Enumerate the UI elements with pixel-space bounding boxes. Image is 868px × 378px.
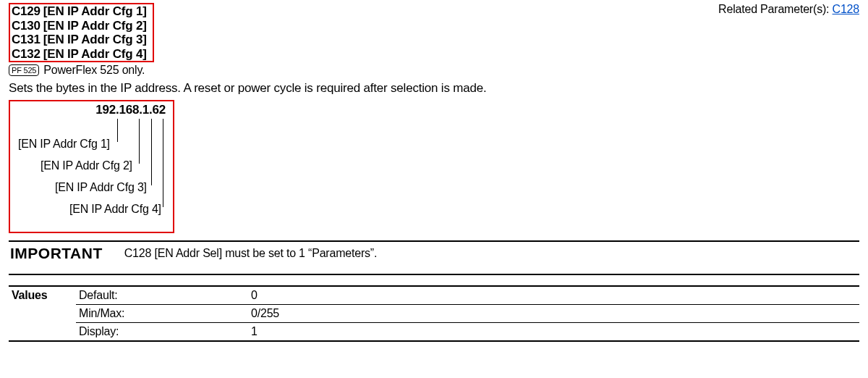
value-value: 0/255	[248, 305, 859, 323]
value-label: Default:	[76, 287, 248, 305]
param-id: C130	[12, 19, 43, 33]
connector-line	[163, 119, 163, 207]
param-name: [EN IP Addr Cfg 2]	[43, 19, 150, 33]
ip-cfg-label: [EN IP Addr Cfg 2]	[41, 159, 132, 172]
connector-line	[117, 119, 118, 142]
related-link[interactable]: C128	[833, 3, 859, 15]
important-text: C128 [EN Addr Sel] must be set to 1 “Par…	[124, 247, 377, 260]
ip-address: 192.168.1.62	[95, 103, 166, 117]
divider	[9, 274, 859, 275]
pf-badge: PF 525	[9, 64, 39, 76]
product-restriction: PF 525 PowerFlex 525 only.	[9, 64, 859, 77]
related-prefix: Related Parameter(s):	[718, 3, 832, 15]
important-label: IMPORTANT	[10, 245, 103, 262]
value-value: 0	[248, 287, 859, 305]
value-label: Min/Max:	[76, 305, 248, 323]
ip-cfg-label: [EN IP Addr Cfg 1]	[18, 138, 110, 151]
param-id: C129	[12, 4, 43, 19]
connector-line	[139, 119, 140, 164]
connector-line	[151, 119, 152, 185]
important-row: IMPORTANT C128 [EN Addr Sel] must be set…	[9, 242, 859, 266]
description: Sets the bytes in the IP address. A rese…	[9, 81, 859, 96]
param-id: C132	[12, 47, 43, 62]
values-table: Values Default: 0 Min/Max: 0/255 Display…	[9, 287, 859, 342]
value-label: Display:	[76, 323, 248, 342]
parameter-id-block: C129[EN IP Addr Cfg 1] C130[EN IP Addr C…	[9, 3, 154, 62]
top-row: C129[EN IP Addr Cfg 1] C130[EN IP Addr C…	[9, 3, 859, 62]
ip-cfg-label: [EN IP Addr Cfg 4]	[69, 203, 161, 216]
param-name: [EN IP Addr Cfg 3]	[43, 33, 150, 47]
pf-text: PowerFlex 525 only.	[43, 64, 145, 77]
ip-breakdown-diagram: 192.168.1.62 [EN IP Addr Cfg 1] [EN IP A…	[9, 100, 174, 233]
values-heading: Values	[9, 287, 76, 341]
ip-cfg-label: [EN IP Addr Cfg 3]	[55, 181, 147, 194]
param-id: C131	[12, 33, 43, 47]
param-name: [EN IP Addr Cfg 1]	[43, 4, 150, 19]
param-name: [EN IP Addr Cfg 4]	[43, 47, 150, 62]
related-parameters: Related Parameter(s): C128	[718, 3, 859, 16]
value-value: 1	[248, 323, 859, 342]
